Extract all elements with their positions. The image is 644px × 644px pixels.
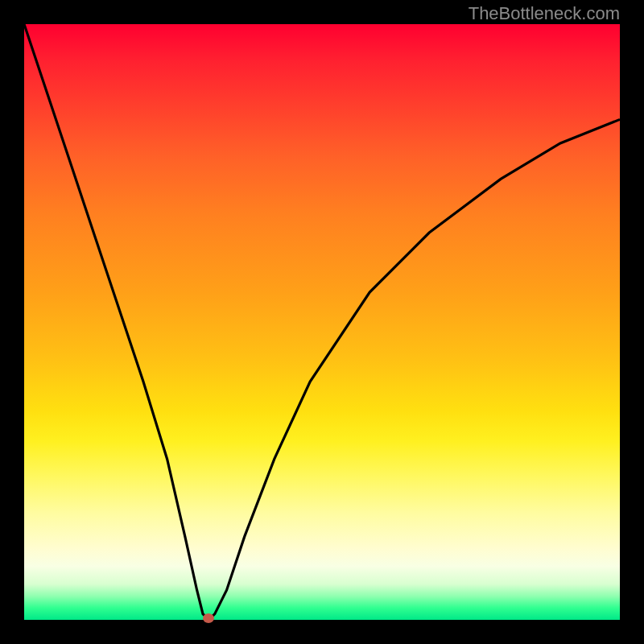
bottleneck-curve	[24, 24, 620, 620]
curve-svg	[24, 24, 620, 620]
minimum-marker	[203, 613, 214, 623]
chart-stage: TheBottleneck.com	[0, 0, 644, 644]
watermark-label: TheBottleneck.com	[469, 3, 620, 24]
plot-area	[24, 24, 620, 620]
